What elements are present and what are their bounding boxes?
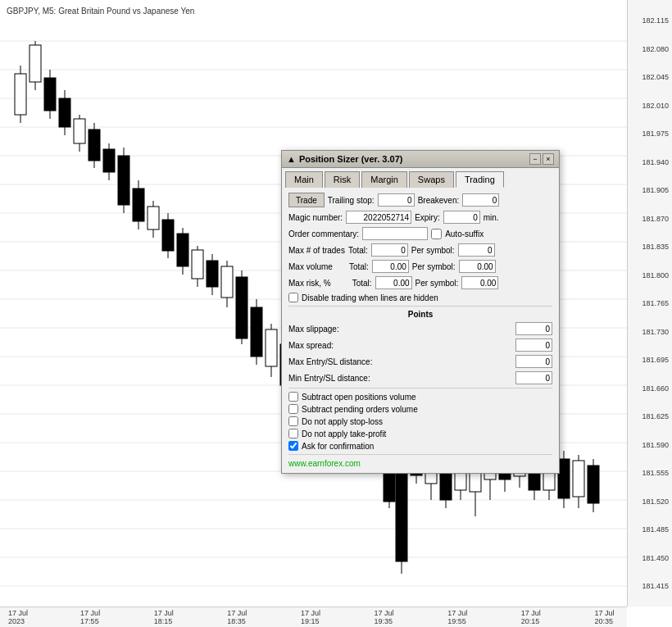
price-181555: 181.555	[631, 469, 669, 477]
earnforex-row: www.earnforex.com	[288, 458, 552, 468]
subtract-open-label: Subtract open positions volume	[302, 393, 416, 402]
dialog-titlebar: ▲ Position Sizer (ver. 3.07) − ×	[282, 151, 559, 168]
trade-button[interactable]: Trade	[288, 193, 325, 207]
time-3: 17 Jul 18:35	[227, 609, 252, 625]
disable-trading-label: Disable trading when lines are hidden	[302, 293, 438, 302]
row-max-risk: Max risk, % Total: Per symbol:	[288, 276, 552, 289]
svg-rect-85	[588, 466, 599, 503]
tab-main[interactable]: Main	[285, 171, 323, 188]
max-entry-sl-input[interactable]	[515, 355, 552, 368]
svg-rect-35	[118, 156, 129, 205]
price-axis: 182.115 182.080 182.045 182.010 181.975 …	[627, 0, 672, 607]
price-181485: 181.485	[631, 525, 669, 534]
trailing-stop-input[interactable]	[378, 193, 415, 207]
time-4: 17 Jul 19:15	[301, 609, 325, 625]
max-volume-per-symbol-input[interactable]	[459, 260, 496, 273]
row-max-spread: Max spread:	[288, 338, 552, 352]
svg-rect-47	[207, 261, 218, 287]
price-181695: 181.695	[631, 356, 669, 364]
row-magic-expiry: Magic number: Expiry: min.	[288, 211, 552, 224]
svg-rect-45	[192, 250, 203, 279]
price-182080: 182.080	[631, 45, 669, 53]
svg-rect-29	[74, 119, 85, 143]
time-0: 17 Jul 2023	[8, 609, 31, 625]
max-trades-label: Max # of trades	[288, 246, 345, 255]
magic-number-input[interactable]	[346, 211, 411, 224]
max-volume-per-symbol-label: Per symbol:	[412, 262, 456, 271]
chart-title: GBPJPY, M5: Great Britain Pound vs Japan…	[7, 7, 194, 16]
row-subtract-open: Subtract open positions volume	[288, 392, 552, 402]
max-spread-input[interactable]	[515, 338, 552, 352]
max-trades-total-label: Total:	[348, 246, 368, 255]
svg-rect-23	[30, 45, 41, 82]
trailing-stop-label: Trailing stop:	[328, 196, 375, 205]
price-181415: 181.415	[631, 582, 669, 590]
time-1: 17 Jul 17:55	[80, 609, 105, 625]
subtract-open-checkbox[interactable]	[288, 392, 298, 402]
max-slippage-label: Max slippage:	[288, 325, 339, 334]
max-risk-total-input[interactable]	[375, 276, 412, 289]
row-min-entry-sl: Min Entry/SL distance:	[288, 371, 552, 384]
price-181975: 181.975	[631, 129, 669, 138]
price-181905: 181.905	[631, 186, 669, 194]
max-risk-total-label: Total:	[352, 279, 372, 288]
max-trades-total-input[interactable]	[371, 243, 408, 257]
max-slippage-input[interactable]	[515, 322, 552, 335]
auto-suffix-checkbox[interactable]	[431, 229, 442, 239]
time-axis: 17 Jul 2023 17 Jul 17:55 17 Jul 18:15 17…	[0, 607, 627, 627]
breakeven-input[interactable]	[462, 193, 499, 207]
max-trades-per-symbol-input[interactable]	[458, 243, 495, 257]
max-entry-sl-label: Max Entry/SL distance:	[288, 357, 372, 366]
separator-1	[288, 306, 552, 307]
no-tp-checkbox[interactable]	[288, 429, 298, 438]
breakeven-label: Breakeven:	[418, 196, 460, 205]
no-tp-label: Do not apply take-profit	[302, 429, 386, 438]
tab-margin[interactable]: Margin	[361, 171, 407, 188]
time-6: 17 Jul 19:55	[447, 609, 472, 625]
subtract-pending-checkbox[interactable]	[288, 404, 298, 414]
ask-confirmation-checkbox[interactable]	[288, 441, 298, 451]
price-181940: 181.940	[631, 158, 669, 166]
row-trade-trailing: Trade Trailing stop: Breakeven:	[288, 193, 552, 207]
dialog-content: Trade Trailing stop: Breakeven: Magic nu…	[282, 188, 559, 473]
price-181730: 181.730	[631, 328, 669, 336]
no-sl-checkbox[interactable]	[288, 416, 298, 426]
row-disable-trading: Disable trading when lines are hidden	[288, 293, 552, 302]
row-no-tp: Do not apply take-profit	[288, 429, 552, 438]
row-ask-confirmation: Ask for confirmation	[288, 441, 552, 451]
order-commentary-input[interactable]	[362, 227, 428, 240]
svg-rect-27	[59, 98, 70, 127]
expiry-input[interactable]	[443, 211, 480, 224]
subtract-pending-label: Subtract pending orders volume	[302, 405, 418, 414]
price-181450: 181.450	[631, 554, 669, 562]
magic-number-label: Magic number:	[288, 213, 343, 222]
min-entry-sl-input[interactable]	[515, 371, 552, 384]
order-commentary-label: Order commentary:	[288, 229, 359, 239]
no-sl-label: Do not apply stop-loss	[302, 417, 383, 426]
tab-swaps[interactable]: Swaps	[409, 171, 454, 188]
price-181625: 181.625	[631, 412, 669, 420]
max-spread-label: Max spread:	[288, 341, 334, 350]
tab-trading[interactable]: Trading	[456, 171, 504, 188]
close-button[interactable]: ×	[543, 153, 554, 165]
disable-trading-checkbox[interactable]	[288, 293, 298, 302]
price-182010: 182.010	[631, 102, 669, 110]
max-risk-label: Max risk, %	[288, 279, 331, 288]
dialog-title: ▲ Position Sizer (ver. 3.07)	[287, 154, 402, 164]
expiry-label: Expiry:	[415, 213, 440, 222]
row-order-commentary: Order commentary: Auto-suffix	[288, 227, 552, 240]
row-max-slippage: Max slippage:	[288, 322, 552, 335]
earnforex-link[interactable]: www.earnforex.com	[288, 459, 361, 468]
price-182045: 182.045	[631, 73, 669, 81]
price-181590: 181.590	[631, 441, 669, 449]
tab-risk[interactable]: Risk	[325, 171, 360, 188]
row-no-sl: Do not apply stop-loss	[288, 416, 552, 426]
max-volume-total-input[interactable]	[372, 260, 409, 273]
time-2: 17 Jul 18:15	[154, 609, 179, 625]
price-182115: 182.115	[631, 16, 669, 25]
minimize-button[interactable]: −	[529, 153, 541, 165]
max-risk-per-symbol-input[interactable]	[461, 276, 498, 289]
max-volume-label: Max volume	[288, 262, 333, 271]
points-section-title: Points	[288, 310, 552, 319]
svg-rect-39	[148, 207, 159, 229]
